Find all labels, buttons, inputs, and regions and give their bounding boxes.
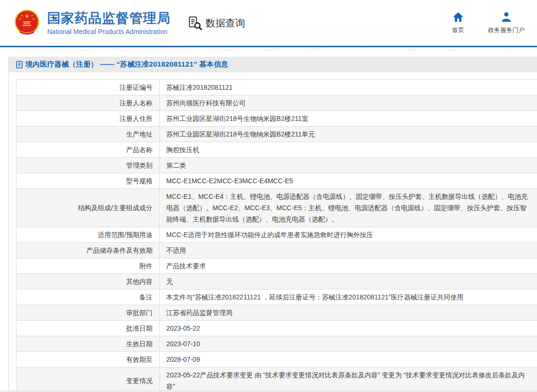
site-header: ★ ★ ★ ★ ★ 国家药品监督管理局 National Medical Pro…: [0, 0, 537, 46]
svg-text:★: ★: [31, 14, 33, 17]
table-row: 注册人名称 苏州尚领医疗科技有限公司: [17, 95, 537, 111]
table-row: 结构及组成/主要组成成分 MCC-E1、MCC-E4：主机、锂电池、电源适配器（…: [17, 189, 537, 227]
row-value-cell: 产品技术要求: [159, 258, 537, 273]
row-value: 2023-05-22: [166, 323, 200, 334]
data-query-label: 数据查询: [205, 17, 245, 30]
row-value: 江苏省药品监督管理局: [166, 307, 232, 318]
table-row: 批准日期 2023-05-22: [17, 321, 537, 336]
site-logo[interactable]: ★ ★ ★ ★ ★ 国家药品监督管理局 National Medical Pro…: [13, 9, 170, 38]
row-value: 本文件与“苏械注准20182211121 ，延续后注册证号：苏械注准201820…: [166, 291, 463, 303]
row-label: 注册人名称: [17, 95, 159, 111]
brand-title-zh: 国家药品监督管理局: [47, 11, 170, 26]
row-value-cell: 苏械注准20182081121: [159, 80, 537, 95]
data-query-nav[interactable]: 数据查询: [188, 16, 245, 31]
row-value-cell: 胸腔按压机: [159, 142, 537, 157]
row-value: MCC-E适用于对急性循环功能停止的成年患者实施急救时进行胸外按压: [166, 229, 373, 240]
row-value: 无: [166, 276, 173, 287]
svg-text:★: ★: [19, 17, 21, 20]
row-label: 产品储存条件及有效期: [17, 243, 159, 258]
table-row: 注册人住所 苏州工业园区星湖街218号生物纳米园B2楼211室: [17, 111, 537, 127]
row-label: 有效期至: [17, 352, 159, 367]
row-label: 结构及组成/主要组成成分: [17, 189, 159, 227]
row-label: 产品名称: [17, 142, 159, 157]
info-table: 注册证编号 苏械注准20182081121 注册人名称 苏州尚领医疗科技有限公司…: [16, 79, 537, 392]
table-row: 管理类别 第二类: [17, 158, 537, 173]
row-value-cell: 本文件与“苏械注准20182211121 ，延续后注册证号：苏械注准201820…: [159, 290, 537, 305]
row-label: 附件: [17, 258, 159, 273]
table-row: 其他内容 无: [17, 274, 537, 290]
table-row: 产品储存条件及有效期 不适用: [17, 243, 537, 258]
table-row: 生产地址 苏州工业园区星湖街218号生物纳米园B2楼211单元: [17, 127, 537, 142]
row-value: 苏械注准20182081121: [166, 82, 233, 93]
row-value-cell: 2028-07-09: [159, 352, 537, 367]
row-value-cell: 2023-05-22: [159, 321, 537, 336]
breadcrumb: 境内医疗器械（注册） —— “苏械注准20182081121” 基本信息: [9, 57, 537, 72]
hatch-band: [0, 47, 537, 51]
svg-text:★: ★: [21, 14, 23, 17]
user-icon: [501, 12, 512, 22]
brand-text: 国家药品监督管理局 National Medical Products Admi…: [47, 11, 170, 35]
content-container: 境内医疗器械（注册） —— “苏械注准20182081121” 基本信息 注册证…: [9, 57, 537, 392]
certificate-icon: [16, 61, 23, 68]
row-value: 苏州工业园区星湖街218号生物纳米园B2楼211单元: [166, 128, 315, 140]
page-title: 境内医疗器械（注册） —— “苏械注准20182081121” 基本信息: [26, 60, 228, 69]
svg-text:★: ★: [33, 17, 35, 20]
row-label: 其他内容: [17, 274, 159, 289]
row-label: 批准日期: [17, 321, 159, 336]
nav-home-label: 首页: [452, 26, 464, 34]
row-value-cell: 苏州工业园区星湖街218号生物纳米园B2楼211室: [159, 111, 537, 126]
row-value: MCC-E1、MCC-E4：主机、锂电池、电源适配器（含电源线）、固定绷带、按压…: [166, 191, 529, 225]
row-label: 生产地址: [17, 127, 159, 142]
row-value-cell: MCC-E1、MCC-E4：主机、锂电池、电源适配器（含电源线）、固定绷带、按压…: [159, 189, 537, 227]
row-label: 变更情况: [17, 367, 159, 392]
national-emblem-icon: ★ ★ ★ ★ ★: [13, 9, 41, 38]
table-row: 产品名称 胸腔按压机: [17, 142, 537, 158]
svg-text:★: ★: [25, 13, 30, 19]
row-value: 产品技术要求: [166, 260, 206, 272]
brand-title-en: National Medical Products Administration: [47, 28, 170, 35]
row-value-cell: 2023-07-10: [159, 336, 537, 351]
row-value-cell: 第二类: [159, 158, 537, 173]
row-value-cell: MCC-E适用于对急性循环功能停止的成年患者实施急救时进行胸外按压: [159, 227, 537, 242]
row-value: 不适用: [166, 245, 186, 256]
table-row: 注册证编号 苏械注准20182081121: [17, 80, 537, 95]
row-label: 管理类别: [17, 158, 159, 173]
table-row: 审批部门 江苏省药品监督管理局: [17, 305, 537, 321]
row-value: 2028-07-09: [166, 354, 200, 365]
table-row: 附件 产品技术要求: [17, 258, 537, 274]
row-label: 注册人住所: [17, 111, 159, 126]
table-row: 有效期至 2028-07-09: [17, 352, 537, 367]
row-value: 第二类: [166, 160, 186, 171]
document-search-icon: [188, 16, 203, 31]
row-label: 备注: [17, 290, 159, 305]
top-nav: 首页 政务服务门户: [452, 12, 525, 34]
bottom-strip: [0, 390, 537, 392]
row-value-cell: 无: [159, 274, 537, 289]
table-row: 生效日期 2023-07-10: [17, 336, 537, 352]
row-value: 苏州尚领医疗科技有限公司: [166, 97, 246, 109]
table-row: 备注 本文件与“苏械注准20182211121 ，延续后注册证号：苏械注准201…: [17, 290, 537, 305]
row-value: 2023-05-22产品技术要求变更 由 “技术要求变更情况对比表原条款及内容”…: [166, 369, 529, 392]
table-row: 适用范围/预期用途 MCC-E适用于对急性循环功能停止的成年患者实施急救时进行胸…: [17, 227, 537, 243]
row-value-cell: 不适用: [159, 243, 537, 258]
row-label: 注册证编号: [17, 80, 159, 95]
row-value: 苏州工业园区星湖街218号生物纳米园B2楼211室: [166, 113, 308, 124]
row-value-cell: 2023-05-22产品技术要求变更 由 “技术要求变更情况对比表原条款及内容”…: [159, 367, 537, 392]
nav-home[interactable]: 首页: [452, 12, 464, 34]
row-value-cell: 江苏省药品监督管理局: [159, 305, 537, 320]
row-value-cell: 苏州工业园区星湖街218号生物纳米园B2楼211单元: [159, 127, 537, 142]
table-row: 型号规格 MCC-E1MCC-E2MCC-E3MCC-E4MCC-E5: [17, 173, 537, 189]
nav-portal[interactable]: 政务服务门户: [488, 12, 525, 34]
row-value-cell: MCC-E1MCC-E2MCC-E3MCC-E4MCC-E5: [159, 173, 537, 188]
table-row: 变更情况 2023-05-22产品技术要求变更 由 “技术要求变更情况对比表原条…: [17, 367, 537, 392]
row-value: 胸腔按压机: [166, 144, 199, 155]
row-label: 审批部门: [17, 305, 159, 320]
row-label: 适用范围/预期用途: [17, 227, 159, 242]
page: ★ ★ ★ ★ ★ 国家药品监督管理局 National Medical Pro…: [0, 0, 537, 392]
nav-portal-label: 政务服务门户: [488, 26, 525, 34]
row-label: 生效日期: [17, 336, 159, 351]
row-label: 型号规格: [17, 173, 159, 188]
row-value: 2023-07-10: [166, 338, 200, 349]
row-value: MCC-E1MCC-E2MCC-E3MCC-E4MCC-E5: [166, 175, 293, 187]
row-value-cell: 苏州尚领医疗科技有限公司: [159, 95, 537, 111]
